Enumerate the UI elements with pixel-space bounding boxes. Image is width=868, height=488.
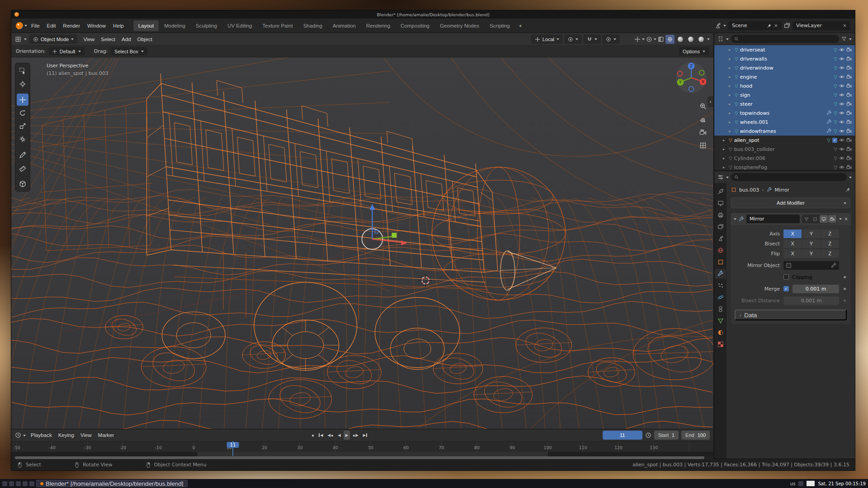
add-cube-tool[interactable] <box>17 178 28 190</box>
chevron-down-icon[interactable] <box>707 38 710 42</box>
show-realtime-toggle[interactable] <box>820 215 828 223</box>
show-on-cage-toggle[interactable] <box>802 215 811 223</box>
modifier-name-field[interactable]: Mirror <box>746 215 800 223</box>
properties-tab-tool[interactable] <box>715 187 726 197</box>
outliner-item-label[interactable]: wheels.001 <box>740 119 769 125</box>
taskbar-app-icon[interactable] <box>16 481 21 486</box>
taskbar-window-button[interactable]: Blender* [/home/amalie/Desktop/blender/b… <box>36 480 188 487</box>
mirror-object-field[interactable] <box>783 261 839 270</box>
properties-search-input[interactable] <box>731 173 847 181</box>
show-in-editmode-toggle[interactable] <box>811 215 819 223</box>
expand-arrow-icon[interactable]: ▸ <box>729 56 733 61</box>
outliner-row[interactable]: ▸ ▽ driverwindow ▽ <box>714 63 855 72</box>
eyedropper-icon[interactable] <box>831 263 836 268</box>
end-frame-field[interactable]: End100 <box>681 431 710 440</box>
move-tool[interactable] <box>17 94 28 106</box>
axis-toggle-button[interactable]: X <box>783 239 802 248</box>
expand-arrow-icon[interactable]: ▸ <box>729 111 733 115</box>
expand-arrow-icon[interactable]: ▸ <box>729 129 733 133</box>
expand-arrow-icon[interactable]: ▸ <box>729 75 733 79</box>
outliner-row[interactable]: ▸ ▽ wheels.001 ▽ <box>714 117 855 127</box>
properties-tab-object[interactable] <box>715 257 726 267</box>
pivot-point-dropdown[interactable] <box>564 34 582 44</box>
chevron-down-icon[interactable] <box>723 25 726 28</box>
visibility-eye-icon[interactable] <box>839 101 844 107</box>
tray-indicator[interactable] <box>807 481 815 486</box>
pin-icon[interactable] <box>845 187 850 192</box>
editor-type-icon[interactable] <box>15 36 21 42</box>
workspace-tab[interactable]: Layout <box>133 20 159 31</box>
expand-arrow-icon[interactable]: ▸ <box>729 66 733 70</box>
properties-tab-physics[interactable] <box>715 292 726 302</box>
visibility-eye-icon[interactable] <box>839 146 844 152</box>
axis-toggle-button[interactable]: Y <box>802 230 820 238</box>
chevron-down-icon[interactable] <box>726 177 729 180</box>
viewport-menu-item[interactable]: Select <box>98 35 118 43</box>
data-subpanel-header[interactable]: › Data <box>735 310 847 320</box>
render-visibility-camera-icon[interactable] <box>846 164 852 170</box>
outliner-item-label[interactable]: driverseat <box>740 47 765 53</box>
chevron-down-icon[interactable] <box>654 38 656 42</box>
scene-icon[interactable] <box>715 23 721 29</box>
visibility-eye-icon[interactable] <box>839 137 844 143</box>
filter-icon[interactable] <box>841 36 847 42</box>
menu-item[interactable]: Window <box>84 21 109 30</box>
properties-tab-render[interactable] <box>715 198 726 208</box>
transform-orientation-dropdown[interactable]: Local <box>531 34 563 44</box>
workspace-tab[interactable]: Sculpting <box>191 20 222 31</box>
outliner-row[interactable]: ▸ ▽ windowframes ▽ <box>714 127 855 136</box>
outliner-item-label[interactable]: bus.003_collider <box>734 146 775 152</box>
current-frame-badge[interactable]: 11 <box>227 442 239 448</box>
shading-wireframe-button[interactable] <box>665 35 675 44</box>
workspace-tab[interactable]: + <box>515 20 526 31</box>
taskbar-app-icon[interactable] <box>29 481 34 486</box>
keyboard-layout-indicator[interactable]: us <box>790 481 796 486</box>
axis-toggle-button[interactable]: X <box>783 249 802 258</box>
shading-solid-button[interactable] <box>676 35 685 44</box>
chevron-down-icon[interactable] <box>642 38 645 42</box>
timeline-menu-item[interactable]: Playback <box>28 431 55 439</box>
merge-checkbox[interactable] <box>783 286 789 291</box>
previous-keyframe-button[interactable]: ◀◆ <box>326 431 335 440</box>
axis-toggle-button[interactable]: X <box>783 230 802 238</box>
outliner-item-label[interactable]: driverwalls <box>740 56 767 62</box>
annotate-tool[interactable] <box>17 149 28 161</box>
play-reverse-button[interactable]: ◀ <box>336 431 343 440</box>
view-layer-icon[interactable] <box>784 23 790 29</box>
scrollbar-handle[interactable] <box>15 456 704 459</box>
animate-dot[interactable]: ● <box>843 287 847 291</box>
outliner-row[interactable]: ▸ ▽ driverwalls ▽ <box>714 54 855 63</box>
jump-to-start-button[interactable]: ◀ <box>317 431 325 440</box>
taskbar-app-icon[interactable] <box>23 481 28 486</box>
expand-arrow-icon[interactable]: ▸ <box>729 47 733 52</box>
properties-tab-particles[interactable] <box>715 281 726 291</box>
outliner-item-label[interactable]: IcosphereFog <box>734 164 767 170</box>
play-button[interactable]: ▶ <box>344 431 350 440</box>
orientation-dropdown[interactable]: Default <box>49 47 85 56</box>
breadcrumb-object[interactable]: bus.003 <box>739 187 759 193</box>
outliner-item-label[interactable]: windowframes <box>740 128 776 134</box>
pan-hand-button[interactable] <box>699 116 707 123</box>
blender-logo-icon[interactable] <box>16 22 23 29</box>
outliner-item-label[interactable]: alien_spot <box>734 137 760 143</box>
chevron-down-icon[interactable] <box>24 38 27 42</box>
measure-tool[interactable] <box>17 162 28 174</box>
camera-view-button[interactable] <box>699 129 707 136</box>
render-visibility-camera-icon[interactable] <box>846 83 852 89</box>
auto-keyframe-button[interactable]: ● <box>310 431 316 440</box>
view-layer-selector[interactable]: ViewLayer × <box>793 21 850 30</box>
tray-icon[interactable] <box>798 481 803 486</box>
shading-material-button[interactable] <box>686 35 695 44</box>
clock[interactable]: Sat, 21 Sep 00:15:19 <box>818 481 866 486</box>
visibility-eye-icon[interactable] <box>839 92 844 98</box>
workspace-tab[interactable]: Compositing <box>396 20 434 31</box>
outliner-item-label[interactable]: hood <box>740 83 752 89</box>
timeline-scrollbar[interactable] <box>11 456 713 459</box>
delete-modifier-button[interactable]: × <box>844 216 848 222</box>
options-dropdown[interactable]: Options <box>679 47 709 56</box>
collapse-chevron-icon[interactable] <box>734 218 736 221</box>
jump-to-end-button[interactable]: ▶ <box>361 431 369 440</box>
outliner-row[interactable]: ▸ ▽ bus.003_collider ▽ <box>714 145 855 154</box>
viewport-menu-item[interactable]: Object <box>134 35 156 43</box>
properties-tab-object-data[interactable] <box>715 316 726 326</box>
